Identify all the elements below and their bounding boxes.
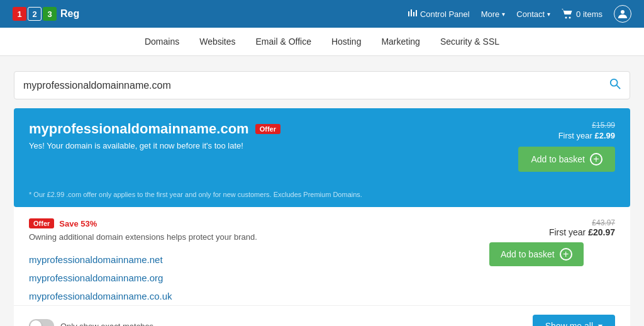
list-item: myprofessionaldomainname.net	[29, 250, 257, 269]
additional-left: Offer Save 53% Owning additional domain …	[29, 218, 257, 305]
result-offer-badge: Offer	[255, 124, 280, 134]
more-link[interactable]: More ▾	[481, 9, 506, 19]
svg-rect-2	[413, 12, 414, 16]
result-footnote: * Our £2.99 .com offer only applies to t…	[29, 191, 615, 198]
logo-box-3: 3	[43, 7, 57, 21]
search-input[interactable]: myprofessionaldomainname.com	[23, 80, 609, 91]
result-card: myprofessionaldomainname.com Offer Yes! …	[14, 108, 630, 207]
add-to-basket-button[interactable]: Add to basket +	[518, 147, 615, 172]
additional-offer-badge: Offer	[29, 218, 54, 228]
search-area: myprofessionaldomainname.com myprofessio…	[0, 56, 644, 326]
svg-point-5	[569, 17, 571, 19]
toggle-wrapper: Only show exact matches	[29, 319, 153, 326]
result-price: £2.99	[594, 131, 615, 140]
exact-matches-toggle[interactable]	[29, 319, 54, 326]
show-all-button[interactable]: Show me all ▾	[533, 315, 615, 326]
contact-link[interactable]: Contact ▾	[516, 9, 550, 19]
result-available-text: Yes! Your domain is available, get it no…	[29, 141, 280, 150]
result-first-year-label: First year £2.99	[518, 131, 615, 140]
svg-rect-3	[416, 10, 417, 16]
svg-point-4	[565, 17, 567, 19]
additional-prices: £43.97 First year £20.97 Add to basket +	[489, 218, 615, 266]
logo-box-2: 2	[28, 7, 42, 21]
svg-rect-1	[411, 9, 412, 16]
search-bar-container: myprofessionaldomainname.com	[14, 71, 630, 99]
result-original-price: £15.99	[518, 121, 615, 130]
result-left: myprofessionaldomainname.com Offer Yes! …	[29, 121, 280, 150]
nav-domains[interactable]: Domains	[145, 37, 179, 47]
additional-plus-icon: +	[560, 248, 572, 261]
cart-icon	[562, 9, 573, 19]
logo[interactable]: 1 2 3 Reg	[13, 7, 79, 21]
more-chevron: ▾	[502, 11, 505, 18]
user-avatar-icon	[618, 9, 628, 19]
result-domain-name-text: myprofessionaldomainname.com	[29, 121, 249, 137]
additional-first-year-label: First year £20.97	[489, 227, 615, 237]
svg-rect-0	[408, 11, 409, 16]
user-icon[interactable]	[614, 5, 631, 23]
list-item: myprofessionaldomainname.co.uk	[29, 287, 257, 305]
cart-link[interactable]: 0 items	[562, 9, 602, 19]
svg-point-6	[621, 10, 625, 14]
logo-reg-text: Reg	[60, 8, 79, 20]
chevron-down-icon: ▾	[598, 321, 602, 326]
nav-security-ssl[interactable]: Security & SSL	[440, 37, 499, 47]
svg-point-7	[611, 79, 618, 86]
nav-email-office[interactable]: Email & Office	[256, 37, 311, 47]
protect-brand-text: Owning additional domain extensions help…	[29, 232, 257, 242]
logo-box-1: 1	[13, 7, 26, 21]
additional-add-to-basket-button[interactable]: Add to basket +	[489, 242, 584, 266]
additional-domain-list: myprofessionaldomainname.net myprofessio…	[29, 250, 257, 305]
contact-chevron: ▾	[547, 11, 550, 18]
sliders-icon	[408, 9, 418, 19]
result-domain-row: myprofessionaldomainname.com Offer	[29, 121, 280, 137]
additional-price: £20.97	[588, 227, 615, 237]
toggle-label: Only show exact matches	[60, 322, 153, 327]
toggle-knob	[30, 320, 42, 326]
top-navigation: 1 2 3 Reg Control Panel More ▾ Contact ▾…	[0, 0, 644, 28]
plus-icon: +	[590, 153, 602, 166]
nav-hosting[interactable]: Hosting	[331, 37, 361, 47]
save-text: Save 53%	[59, 219, 97, 228]
additional-section: Offer Save 53% Owning additional domain …	[14, 207, 630, 326]
list-item: myprofessionaldomainname.org	[29, 269, 257, 287]
svg-line-8	[617, 86, 620, 89]
additional-inner-section: Offer Save 53% Owning additional domain …	[14, 207, 630, 305]
main-navigation: Domains Websites Email & Office Hosting …	[0, 28, 644, 56]
nav-websites[interactable]: Websites	[199, 37, 235, 47]
footer-bar: Only show exact matches Show me all ▾	[14, 305, 630, 326]
additional-original-price: £43.97	[489, 218, 615, 227]
nav-marketing[interactable]: Marketing	[381, 37, 419, 47]
search-icon[interactable]	[609, 78, 621, 93]
control-panel-link[interactable]: Control Panel	[408, 9, 470, 19]
top-nav-right: Control Panel More ▾ Contact ▾ 0 items	[408, 5, 631, 23]
result-right: £15.99 First year £2.99 Add to basket +	[518, 121, 615, 172]
offer-row: Offer Save 53%	[29, 218, 257, 228]
